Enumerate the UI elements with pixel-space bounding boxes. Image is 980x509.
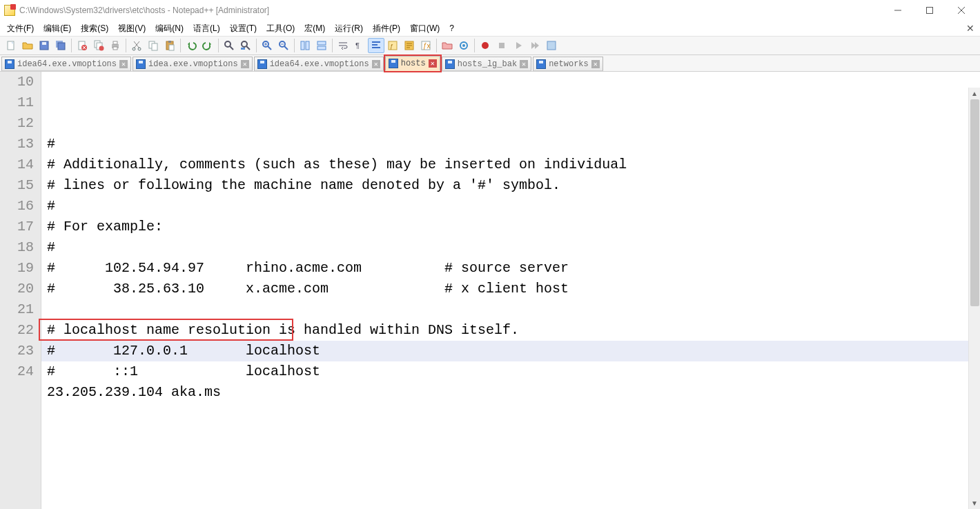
svg-rect-20 (152, 43, 157, 50)
code-line[interactable]: # (47, 134, 980, 154)
tab-idea64-exe-vmoptions[interactable]: idea64.exe.vmoptions✕ (254, 57, 384, 71)
user-lang-button[interactable]: ƒ (384, 38, 401, 53)
sync-h-button[interactable] (313, 38, 330, 53)
menu-file[interactable]: 文件(F) (3, 21, 38, 36)
menu-view[interactable]: 视图(V) (114, 21, 150, 36)
svg-line-32 (284, 46, 288, 50)
open-file-button[interactable] (19, 38, 36, 53)
line-number: 23 (0, 341, 34, 361)
tab-close-icon[interactable]: ✕ (429, 59, 437, 68)
disk-icon (5, 59, 14, 69)
line-number: 24 (0, 361, 34, 382)
tab-networks[interactable]: networks✕ (533, 57, 603, 71)
line-number: 17 (0, 217, 34, 237)
menu-plugins[interactable]: 插件(P) (369, 21, 404, 36)
code-line[interactable]: # (47, 196, 980, 217)
close-file-button[interactable] (74, 38, 90, 53)
code-line[interactable] (47, 299, 980, 320)
function-list-button[interactable]: ƒx (418, 38, 434, 53)
minimize-button[interactable] (882, 0, 914, 21)
tab-label: idea64.exe.vmoptions (17, 59, 117, 69)
code-line[interactable]: # 102.54.94.97 rhino.acme.com # source s… (47, 258, 980, 279)
svg-point-44 (462, 44, 465, 47)
line-number: 12 (0, 113, 34, 134)
tab-label: idea.exe.vmoptions (148, 59, 238, 69)
tab-close-icon[interactable]: ✕ (591, 60, 600, 68)
line-number: 14 (0, 154, 34, 175)
save-macro-button[interactable] (543, 38, 560, 53)
scroll-down-button[interactable]: ▼ (969, 497, 980, 509)
code-line[interactable] (47, 403, 980, 423)
tab-idea-exe-vmoptions[interactable]: idea.exe.vmoptions✕ (133, 57, 253, 71)
menu-tools[interactable]: 工具(O) (262, 21, 299, 36)
code-line[interactable]: # localhost name resolution is handled w… (47, 320, 980, 341)
undo-button[interactable] (183, 38, 199, 53)
menu-language[interactable]: 语言(L) (189, 21, 224, 36)
zoom-in-button[interactable] (259, 38, 275, 53)
code-line[interactable]: # For example: (47, 217, 980, 237)
menu-macro[interactable]: 宏(M) (300, 21, 329, 36)
print-button[interactable] (107, 38, 124, 53)
indent-guide-button[interactable] (368, 38, 384, 53)
tab-close-icon[interactable]: ✕ (372, 60, 380, 68)
maximize-button[interactable] (914, 0, 945, 21)
copy-button[interactable] (145, 38, 161, 53)
mdi-close-icon[interactable]: ✕ (966, 23, 974, 34)
tab-label: idea64.exe.vmoptions (270, 59, 369, 69)
disk-icon (536, 59, 546, 69)
cut-button[interactable] (128, 38, 145, 53)
line-number: 11 (0, 92, 34, 113)
stop-macro-button[interactable] (493, 38, 510, 53)
svg-point-24 (225, 41, 231, 47)
editor-area[interactable]: 101112131415161718192021222324 ## Additi… (0, 72, 980, 509)
svg-text:ƒx: ƒx (423, 42, 431, 50)
menu-encoding[interactable]: 编码(N) (151, 21, 188, 36)
code-line[interactable]: # Additionally, comments (such as these)… (47, 154, 980, 175)
scroll-up-button[interactable]: ▲ (969, 88, 980, 99)
code-line[interactable]: # 127.0.0.1 localhost (47, 341, 980, 361)
svg-rect-23 (169, 45, 174, 50)
menu-run[interactable]: 运行(R) (331, 21, 367, 36)
code-line[interactable]: # (47, 237, 980, 258)
show-all-chars-button[interactable]: ¶ (351, 38, 368, 53)
code-line[interactable]: # 38.25.63.10 x.acme.com # x client host (47, 279, 980, 299)
save-button[interactable] (36, 38, 52, 53)
menu-help[interactable]: ? (445, 22, 458, 34)
menu-search[interactable]: 搜索(S) (77, 21, 112, 36)
title-bar: C:\Windows\System32\drivers\etc\hosts - … (0, 0, 980, 21)
find-button[interactable] (221, 38, 237, 53)
tab-bar: idea64.exe.vmoptions✕idea.exe.vmoptions✕… (0, 55, 980, 72)
code-area[interactable]: ## Additionally, comments (such as these… (41, 72, 980, 509)
paste-button[interactable] (161, 38, 178, 53)
svg-text:ƒ: ƒ (390, 43, 393, 50)
tab-close-icon[interactable]: ✕ (119, 60, 128, 68)
play-multi-button[interactable] (527, 38, 543, 53)
code-line[interactable]: # ::1 localhost (47, 361, 980, 382)
close-all-button[interactable] (90, 38, 107, 53)
tab-hosts-lg-bak[interactable]: hosts_lg_bak✕ (442, 57, 531, 71)
tab-close-icon[interactable]: ✕ (520, 60, 528, 68)
close-button[interactable] (945, 0, 977, 21)
record-macro-button[interactable] (477, 38, 493, 53)
tab-hosts[interactable]: hosts✕ (385, 56, 440, 71)
doc-map-button[interactable] (401, 38, 418, 53)
tab-close-icon[interactable]: ✕ (241, 60, 249, 68)
code-line[interactable] (47, 423, 980, 444)
menu-window[interactable]: 窗口(W) (406, 21, 444, 36)
code-line[interactable]: 23.205.239.104 aka.ms (47, 382, 980, 403)
zoom-out-button[interactable] (275, 38, 292, 53)
replace-button[interactable] (237, 38, 254, 53)
monitor-button[interactable] (455, 38, 472, 53)
tab-idea64-exe-vmoptions[interactable]: idea64.exe.vmoptions✕ (1, 57, 131, 71)
menu-settings[interactable]: 设置(T) (226, 21, 261, 36)
play-macro-button[interactable] (510, 38, 527, 53)
save-all-button[interactable] (52, 38, 69, 53)
redo-button[interactable] (199, 38, 216, 53)
code-line[interactable]: # lines or following the machine name de… (47, 175, 980, 196)
tab-label: networks (549, 59, 589, 69)
folder-button[interactable] (439, 38, 455, 53)
word-wrap-button[interactable] (335, 38, 351, 53)
sync-v-button[interactable] (297, 38, 313, 53)
menu-edit[interactable]: 编辑(E) (39, 21, 75, 36)
new-file-button[interactable] (3, 38, 19, 53)
